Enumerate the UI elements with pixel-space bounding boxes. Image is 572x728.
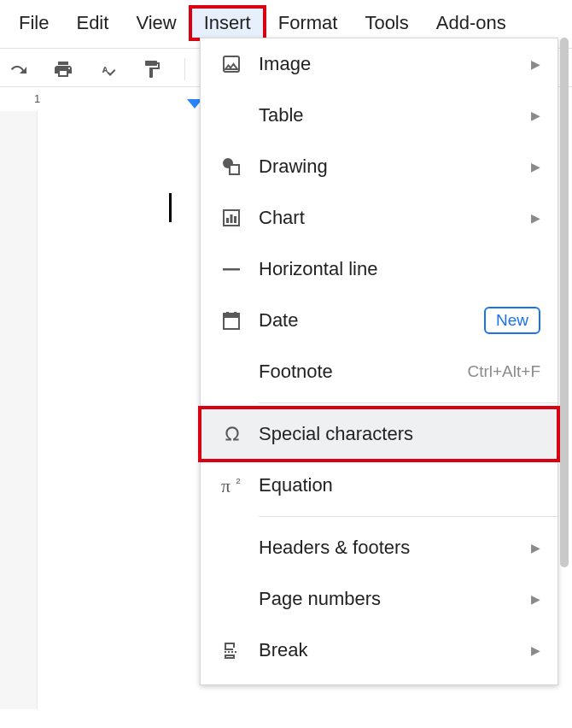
menubar-insert[interactable]: Insert — [190, 7, 265, 39]
svg-rect-4 — [231, 214, 233, 223]
menu-item-label: Page numbers — [259, 588, 531, 610]
menubar-tools[interactable]: Tools — [351, 7, 422, 39]
menu-item-date[interactable]: Date New — [201, 295, 557, 346]
page-gutter — [0, 111, 38, 709]
date-icon — [221, 310, 259, 331]
keyboard-shortcut: Ctrl+Alt+F — [467, 362, 540, 381]
menu-item-page-numbers[interactable]: Page numbers ▶ — [201, 573, 557, 625]
new-badge: New — [484, 307, 540, 334]
menubar-file[interactable]: File — [5, 7, 62, 39]
svg-rect-5 — [234, 216, 236, 223]
print-icon[interactable] — [51, 57, 75, 81]
menubar-format[interactable]: Format — [265, 7, 352, 39]
menu-item-drawing[interactable]: Drawing ▶ — [201, 141, 557, 192]
menu-item-equation[interactable]: π2 Equation — [201, 460, 557, 511]
text-cursor — [169, 193, 172, 222]
submenu-arrow-icon: ▶ — [531, 160, 540, 173]
toolbar-separator — [184, 58, 185, 80]
drawing-icon — [221, 156, 259, 177]
menu-item-chart[interactable]: Chart ▶ — [201, 192, 557, 244]
vertical-scrollbar[interactable] — [560, 38, 569, 567]
menubar-addons[interactable]: Add-ons — [423, 7, 520, 39]
spellcheck-icon[interactable] — [96, 57, 120, 81]
menu-item-horizontal-line[interactable]: Horizontal line — [201, 244, 557, 295]
svg-rect-6 — [223, 268, 240, 271]
omega-icon — [221, 423, 259, 445]
chart-icon — [221, 208, 259, 228]
menu-item-label: Footnote — [259, 361, 467, 383]
submenu-arrow-icon: ▶ — [531, 57, 540, 71]
paint-format-icon[interactable] — [140, 57, 164, 81]
menu-item-label: Date — [259, 309, 484, 332]
svg-rect-10 — [234, 312, 236, 315]
submenu-arrow-icon: ▶ — [531, 592, 540, 606]
menu-item-label: Headers & footers — [259, 537, 531, 559]
svg-rect-9 — [226, 312, 229, 315]
menu-item-label: Equation — [259, 474, 540, 496]
hline-icon — [221, 259, 259, 279]
menu-divider — [259, 402, 557, 403]
menu-item-label: Special characters — [259, 423, 540, 445]
menubar-edit[interactable]: Edit — [62, 7, 122, 39]
insert-dropdown: Image ▶ Table ▶ Drawing ▶ Chart ▶ Horizo… — [200, 38, 558, 685]
ruler-number: 1 — [34, 92, 40, 105]
svg-rect-8 — [224, 314, 239, 318]
menu-item-break[interactable]: Break ▶ — [201, 625, 557, 676]
redo-icon[interactable] — [7, 57, 31, 81]
menu-item-label: Image — [259, 53, 531, 75]
menu-item-table[interactable]: Table ▶ — [201, 90, 557, 141]
menu-item-special-characters[interactable]: Special characters — [201, 408, 557, 460]
break-icon — [221, 640, 259, 660]
submenu-arrow-icon: ▶ — [531, 643, 540, 657]
menu-item-label: Table — [259, 104, 531, 126]
menu-item-label: Horizontal line — [259, 258, 540, 280]
menu-item-image[interactable]: Image ▶ — [201, 38, 557, 90]
svg-rect-3 — [226, 218, 229, 223]
image-icon — [221, 54, 259, 74]
menu-divider — [259, 516, 557, 517]
svg-text:2: 2 — [236, 476, 240, 485]
menu-item-label: Drawing — [259, 156, 531, 178]
submenu-arrow-icon: ▶ — [531, 541, 540, 555]
submenu-arrow-icon: ▶ — [531, 211, 540, 225]
menu-item-label: Chart — [259, 207, 531, 229]
svg-text:π: π — [221, 476, 231, 496]
menu-item-label: Break — [259, 639, 531, 661]
menu-item-footnote[interactable]: Footnote Ctrl+Alt+F — [201, 346, 557, 397]
menubar-view[interactable]: View — [122, 7, 190, 39]
svg-rect-1 — [230, 165, 239, 174]
equation-icon: π2 — [221, 474, 259, 496]
menu-item-headers-footers[interactable]: Headers & footers ▶ — [201, 522, 557, 573]
submenu-arrow-icon: ▶ — [531, 109, 540, 122]
